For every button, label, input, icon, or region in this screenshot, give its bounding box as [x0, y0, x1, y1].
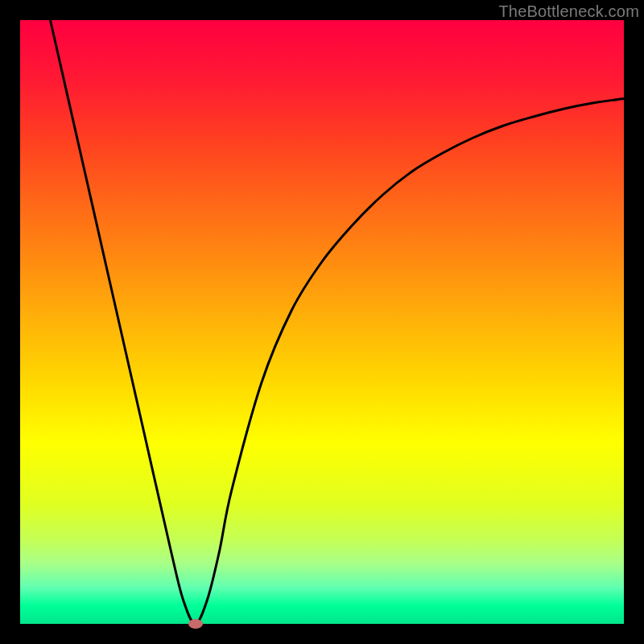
bottleneck-curve — [51, 20, 625, 624]
curve-svg — [20, 20, 624, 624]
watermark-text: TheBottleneck.com — [498, 2, 639, 21]
chart-frame: TheBottleneck.com — [0, 0, 644, 644]
minimum-marker — [188, 619, 203, 629]
plot-area — [20, 20, 624, 624]
